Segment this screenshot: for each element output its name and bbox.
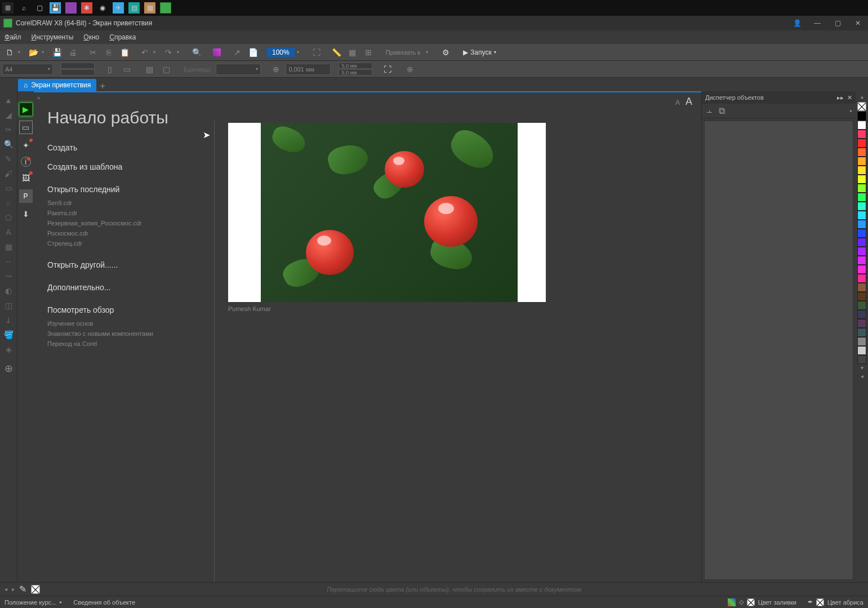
options-button[interactable]: ⚙ [438,46,453,59]
no-color-swatch[interactable] [857,102,866,111]
guidelines-button[interactable]: ⊞ [361,46,376,59]
publish-pdf-button[interactable]: 📄 [246,46,260,59]
undo-dropdown[interactable]: ▾ [153,50,160,55]
transparency-tool[interactable]: ◫ [1,299,16,312]
fullscreen-button[interactable]: ⛶ [309,46,324,59]
eyedropper-tool[interactable]: ⤓ [1,313,16,327]
docker-menu-icon[interactable]: ▸ [850,108,852,113]
nav-product-details[interactable]: P [19,189,33,203]
close-button[interactable]: ✕ [851,18,865,28]
color-swatch[interactable] [857,328,866,337]
account-icon[interactable]: 👤 [790,18,804,28]
launch-button[interactable]: ▶ Запуск ▾ [459,47,501,57]
import-button[interactable] [210,46,224,59]
color-swatch[interactable] [857,184,866,193]
cut-button[interactable]: ✂ [86,46,100,59]
undo-button[interactable]: ↶ [137,46,152,59]
color-swatch[interactable] [857,202,866,211]
maximize-button[interactable]: ▢ [831,18,844,28]
task-view-icon[interactable]: ▢ [34,2,45,14]
recent-file[interactable]: Роскосмос.cdr [47,230,214,237]
taskbar-app-2[interactable] [65,2,77,14]
nav-right-icon[interactable]: ▸ [12,586,15,592]
snap-dropdown[interactable]: ▾ [426,50,433,55]
units-select[interactable]: ▾ [216,64,261,75]
duplicate-y[interactable]: 5,0 мм [339,69,372,76]
tour-item[interactable]: Знакомство с новыми компонентами [47,330,214,337]
table-tool[interactable]: ▦ [1,240,16,254]
nav-download[interactable]: ⬇ [19,207,33,221]
menu-file[interactable]: Файл [5,33,21,41]
object-manager-tree[interactable] [704,121,853,580]
color-swatch[interactable] [857,211,866,220]
open-other-link[interactable]: Открыть другой...... [47,260,214,269]
redo-button[interactable]: ↷ [161,46,176,59]
color-swatch[interactable] [857,139,866,148]
pick-tool[interactable]: ▲ [1,94,16,107]
landscape-button[interactable]: ▭ [119,63,134,76]
page-size-select[interactable]: A4▾ [2,64,53,75]
export-button[interactable]: ↗ [230,46,244,59]
crop-button[interactable]: ⛶ [380,63,395,76]
palette-down-arrow[interactable]: ▾ [861,365,863,372]
polygon-tool[interactable]: ⬠ [1,211,16,224]
minimize-button[interactable]: ― [811,18,824,28]
add-tab-button[interactable]: + [97,81,108,91]
color-swatch[interactable] [857,238,866,247]
nav-need-help[interactable]: i [21,157,31,167]
rulers-button[interactable]: 📏 [330,46,344,59]
search-icon[interactable]: ⌕ [18,2,29,14]
color-swatch[interactable] [857,355,866,364]
eyedropper-icon[interactable]: ✎ [19,584,26,594]
text-tool[interactable]: A [1,225,16,239]
taskbar-app-1[interactable]: 💾 [50,2,61,14]
drop-shadow-tool[interactable]: ◐ [1,284,16,298]
color-swatch[interactable] [857,337,866,346]
menu-help[interactable]: Справка [109,33,136,41]
taskbar-app-5[interactable]: ▦ [144,2,155,14]
fill-color-status[interactable]: ◇ Цвет заливки [728,598,796,606]
color-swatch[interactable] [857,292,866,301]
outline-color-status[interactable]: ✒ Цвет абриса [808,598,863,606]
collapse-chevron-icon[interactable]: » [37,95,41,101]
current-page-button[interactable]: ▢ [159,63,173,76]
smart-fill-tool[interactable]: ◈ [1,343,16,356]
color-swatch[interactable] [857,346,866,355]
copy-button[interactable]: ⎘ [101,46,116,59]
create-new-link[interactable]: Создать [47,143,214,152]
duplicate-x[interactable]: 5,0 мм [339,63,372,69]
grid-button[interactable]: ▦ [345,46,360,59]
menu-window[interactable]: Окно [83,33,99,41]
search-content-button[interactable]: 🔍 [189,46,204,59]
ellipse-tool[interactable]: ○ [1,196,16,210]
paste-button[interactable]: 📋 [117,46,132,59]
color-swatch[interactable] [857,301,866,310]
font-size-small[interactable]: A [675,99,680,106]
color-swatch[interactable] [857,157,866,166]
more-link[interactable]: Дополнительно... [47,283,214,292]
recent-file[interactable]: Резервная_копия_Роскосмос.cdr [47,220,214,227]
color-swatch[interactable] [857,265,866,274]
add-preset-button[interactable]: ⊕ [403,63,417,76]
open-dropdown[interactable]: ▾ [42,50,48,55]
color-swatch[interactable] [857,130,866,139]
recent-file[interactable]: Ракета.cdr [47,210,214,216]
telegram-icon[interactable]: ✈ [113,2,124,14]
redo-dropdown[interactable]: ▾ [177,50,184,55]
save-button[interactable]: 💾 [50,46,64,59]
layer-view-icon[interactable]: ⧉ [719,106,725,116]
create-from-template-link[interactable]: Создать из шаблона [47,162,214,171]
color-swatch[interactable] [857,220,866,229]
nudge-distance[interactable]: 0,001 мм [286,64,331,75]
color-swatch[interactable] [857,112,866,121]
docker-collapse-icon[interactable]: ▸▸ [837,94,844,101]
freehand-tool[interactable]: ✎ [1,152,16,166]
layer-props-icon[interactable]: ⫠ [705,106,714,116]
zoom-level[interactable]: 100% [266,47,296,58]
color-swatch[interactable] [857,274,866,283]
new-doc-button[interactable]: 🗋 [2,46,17,59]
shape-tool[interactable]: ◢ [1,108,16,122]
portrait-button[interactable]: ▯ [103,63,117,76]
new-doc-dropdown[interactable]: ▾ [18,50,25,55]
recent-file[interactable]: Стрелец.cdr [47,240,214,247]
